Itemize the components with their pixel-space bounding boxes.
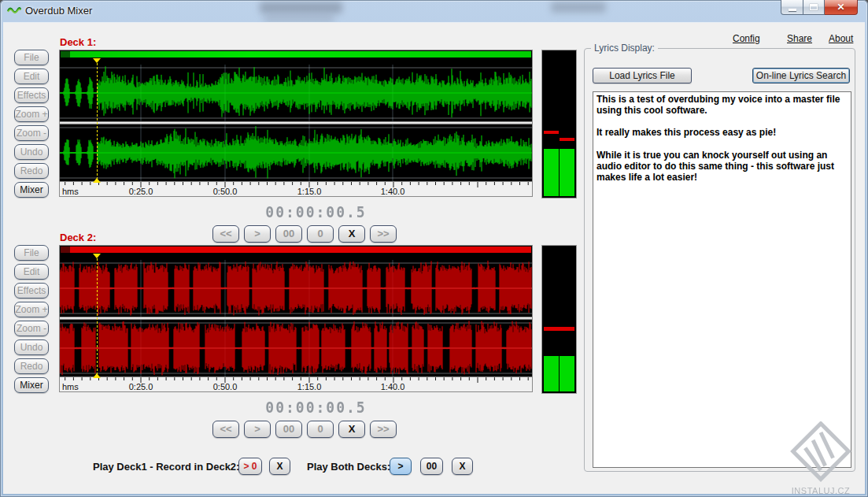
deck1-tick-115: 1:15.0 — [297, 187, 322, 196]
client-area: Config Share About File Edit Effects Zoo… — [3, 22, 865, 494]
deck2-label: Deck 2: — [60, 232, 96, 243]
load-lyrics-button[interactable]: Load Lyrics File — [593, 68, 692, 83]
deck1-reset-button[interactable]: 00 — [275, 225, 302, 243]
play-both-button[interactable]: > — [390, 458, 412, 475]
window-controls: ✕ — [781, 0, 858, 15]
lyrics-textarea[interactable]: This is a test of overdubing my voice in… — [593, 91, 851, 468]
deck2-zero-button[interactable]: 0 — [307, 421, 334, 438]
config-link[interactable]: Config — [733, 33, 760, 44]
deck1-zoom-in-button[interactable]: Zoom + — [14, 106, 49, 122]
deck2-tick-140: 1:40.0 — [381, 382, 405, 391]
deck1-label: Deck 1: — [60, 36, 96, 48]
deck2-time-display: 00:00:00.5 — [259, 398, 373, 419]
deck1-play-button[interactable]: > — [244, 225, 271, 243]
deck1-playhead-line — [97, 63, 98, 180]
stop-both-button[interactable]: X — [452, 458, 473, 475]
titlebar[interactable]: Overdub Mixer ✕ — [0, 0, 868, 22]
deck2-left-channel[interactable] — [60, 260, 532, 317]
deck2-zoom-out-button[interactable]: Zoom - — [14, 321, 49, 336]
deck2-mixer-button[interactable]: Mixer — [14, 377, 49, 393]
deck1-timeline-ruler: hms 0:25.0 0:50.0 1:15.0 1:40.0 — [60, 181, 532, 196]
about-link[interactable]: About — [829, 33, 853, 44]
app-window: Overdub Mixer ✕ Config Share About File … — [0, 0, 868, 497]
deck1-right-waveform — [60, 124, 532, 181]
deck2-waveform-panel[interactable]: hms 0:25.0 0:50.0 1:15.0 1:40.0 — [59, 245, 533, 392]
deck1-effects-button[interactable]: Effects — [14, 87, 49, 103]
deck1-edit-button[interactable]: Edit — [14, 69, 49, 84]
lyrics-group-label: Lyrics Display: — [591, 43, 658, 54]
share-link[interactable]: Share — [787, 33, 812, 44]
deck1-left-waveform — [60, 65, 532, 121]
glass-smudge — [264, 16, 334, 22]
deck1-redo-button[interactable]: Redo — [14, 163, 49, 179]
glass-smudge — [551, 2, 606, 13]
close-icon: ✕ — [837, 2, 844, 12]
deck2-timeline-ruler: hms 0:25.0 0:50.0 1:15.0 1:40.0 — [60, 376, 532, 391]
deck2-edit-button[interactable]: Edit — [14, 264, 49, 280]
maximize-button[interactable] — [803, 0, 825, 15]
deck1-tick-140: 1:40.0 — [381, 187, 405, 196]
deck1-playhead-handle[interactable] — [93, 58, 101, 63]
overdub-stop-button[interactable]: X — [269, 458, 290, 475]
deck2-redo-button[interactable]: Redo — [14, 358, 49, 374]
deck2-playhead-line — [97, 258, 98, 375]
app-waveform-icon — [7, 5, 21, 16]
deck1-playhead-bottom-marker — [93, 178, 101, 183]
deck1-tick-050: 0:50.0 — [213, 187, 238, 196]
deck2-transport: << > 00 0 X >> — [212, 421, 397, 438]
deck2-rewind-button[interactable]: << — [212, 421, 239, 438]
deck2-zoom-in-button[interactable]: Zoom + — [14, 302, 49, 317]
glass-smudge — [260, 2, 342, 13]
maximize-icon — [810, 4, 818, 10]
online-lyrics-search-button[interactable]: On-line Lyrics Search — [752, 68, 850, 83]
deck2-right-channel[interactable] — [60, 320, 532, 376]
deck2-right-waveform — [60, 320, 532, 376]
deck2-reset-button[interactable]: 00 — [275, 421, 302, 438]
close-button[interactable]: ✕ — [825, 0, 858, 15]
deck1-time-display: 00:00:00.5 — [259, 202, 373, 224]
deck1-mixer-button[interactable]: Mixer — [14, 182, 49, 198]
deck2-forward-button[interactable]: >> — [370, 421, 397, 438]
deck2-effects-button[interactable]: Effects — [14, 283, 49, 299]
deck2-tick-050: 0:50.0 — [213, 382, 238, 391]
minimize-button[interactable] — [781, 0, 803, 15]
play-both-label: Play Both Decks: — [307, 461, 390, 473]
overdub-record-button[interactable]: > 0 — [238, 458, 262, 475]
deck1-file-button[interactable]: File — [14, 50, 49, 65]
overdub-label: Play Deck1 - Record in Deck2: — [93, 461, 239, 473]
deck1-right-channel[interactable] — [60, 124, 532, 181]
deck2-overview-bar[interactable] — [61, 247, 531, 253]
deck1-zoom-out-button[interactable]: Zoom - — [14, 125, 49, 141]
deck2-playhead-bottom-marker — [93, 373, 101, 378]
deck1-tick-025: 0:25.0 — [129, 187, 153, 196]
deck1-waveform-panel[interactable]: hms 0:25.0 0:50.0 1:15.0 1:40.0 — [59, 50, 533, 197]
deck1-forward-button[interactable]: >> — [370, 225, 397, 243]
deck1-ruler-unit: hms — [62, 187, 79, 196]
deck1-transport: << > 00 0 X >> — [212, 225, 397, 243]
deck2-tick-025: 0:25.0 — [129, 382, 153, 391]
deck2-ruler-unit: hms — [62, 382, 79, 391]
deck1-cursor-strip — [60, 57, 532, 65]
minimize-icon — [789, 9, 796, 11]
deck2-stop-button[interactable]: X — [338, 421, 365, 438]
deck2-vu-meter — [541, 245, 577, 394]
deck1-stop-button[interactable]: X — [338, 225, 365, 243]
deck1-rewind-button[interactable]: << — [212, 225, 239, 243]
deck2-left-waveform — [60, 260, 532, 317]
deck2-undo-button[interactable]: Undo — [14, 339, 49, 355]
deck1-overview-bar[interactable] — [61, 51, 531, 57]
deck2-play-button[interactable]: > — [244, 421, 271, 438]
deck1-zero-button[interactable]: 0 — [307, 225, 334, 243]
deck1-left-channel[interactable] — [60, 65, 532, 121]
reset-both-button[interactable]: 00 — [420, 458, 443, 475]
deck2-playhead-handle[interactable] — [93, 254, 101, 258]
deck1-undo-button[interactable]: Undo — [14, 144, 49, 160]
window-title: Overdub Mixer — [25, 5, 92, 17]
deck1-vu-meter — [541, 50, 577, 198]
deck2-cursor-strip — [60, 253, 532, 260]
deck2-file-button[interactable]: File — [14, 245, 49, 261]
deck2-tick-115: 1:15.0 — [297, 382, 322, 391]
lyrics-groupbox: Lyrics Display: Load Lyrics File On-line… — [584, 48, 855, 472]
